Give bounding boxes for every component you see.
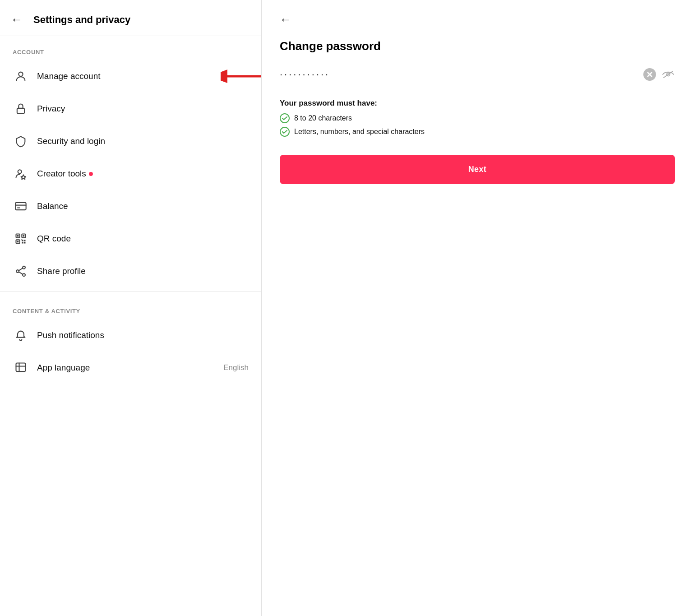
svg-rect-2 — [17, 108, 24, 114]
menu-item-manage-account[interactable]: Manage account — [0, 60, 261, 93]
svg-rect-16 — [22, 242, 23, 244]
rules-title: Your password must have: — [280, 99, 675, 108]
rule-characters-text: 8 to 20 characters — [294, 114, 352, 122]
clear-button[interactable] — [643, 68, 656, 81]
push-notifications-label: Push notifications — [37, 330, 104, 340]
svg-point-20 — [23, 273, 25, 276]
creator-icon — [13, 166, 29, 182]
section-divider — [0, 291, 261, 292]
balance-label: Balance — [37, 201, 68, 211]
menu-item-creator-tools[interactable]: Creator tools — [0, 157, 261, 190]
left-back-button[interactable]: ← — [11, 13, 23, 27]
toggle-visibility-button[interactable] — [661, 68, 675, 81]
menu-item-security-login[interactable]: Security and login — [0, 125, 261, 157]
privacy-label: Privacy — [37, 104, 65, 114]
svg-rect-4 — [15, 203, 26, 210]
settings-title: Settings and privacy — [33, 14, 130, 26]
svg-point-3 — [18, 170, 22, 173]
security-login-label: Security and login — [37, 136, 105, 146]
app-language-label: App language — [37, 363, 90, 373]
svg-rect-11 — [23, 235, 25, 237]
svg-line-21 — [19, 268, 23, 271]
app-language-value: English — [223, 363, 249, 372]
menu-item-push-notifications[interactable]: Push notifications — [0, 319, 261, 352]
menu-item-qr-code[interactable]: QR code — [0, 222, 261, 255]
shield-icon — [13, 133, 29, 149]
svg-rect-12 — [17, 241, 19, 243]
password-field-container: ··········· — [280, 68, 675, 86]
check-icon-characters — [280, 113, 290, 123]
password-rules: Your password must have: 8 to 20 charact… — [280, 99, 675, 140]
settings-panel: ← Settings and privacy ACCOUNT Manage ac… — [0, 0, 262, 616]
person-icon — [13, 68, 29, 84]
creator-tools-label: Creator tools — [37, 169, 86, 179]
change-password-panel: ← Change password ··········· Your passw… — [262, 0, 693, 616]
svg-point-19 — [16, 270, 19, 273]
red-arrow-annotation — [221, 67, 266, 85]
svg-rect-14 — [22, 240, 23, 241]
svg-point-18 — [23, 266, 25, 269]
balance-icon — [13, 198, 29, 214]
menu-item-share-profile[interactable]: Share profile — [0, 255, 261, 287]
change-password-title: Change password — [280, 39, 381, 53]
manage-account-label: Manage account — [37, 71, 101, 81]
rule-item-letters: Letters, numbers, and special characters — [280, 127, 675, 137]
share-icon — [13, 263, 29, 279]
right-header: ← Change password — [280, 0, 675, 53]
bell-icon — [13, 327, 29, 343]
rule-item-characters: 8 to 20 characters — [280, 113, 675, 123]
left-header: ← Settings and privacy — [0, 0, 261, 36]
rule-letters-text: Letters, numbers, and special characters — [294, 128, 425, 136]
menu-item-privacy[interactable]: Privacy — [0, 93, 261, 125]
right-back-button[interactable]: ← — [280, 13, 675, 27]
svg-rect-17 — [24, 242, 26, 244]
svg-line-22 — [19, 272, 23, 274]
language-icon — [13, 360, 29, 376]
svg-rect-23 — [16, 363, 26, 372]
creator-tools-notification-dot — [89, 172, 93, 176]
share-profile-label: Share profile — [37, 266, 86, 276]
password-input[interactable]: ··········· — [280, 69, 643, 80]
svg-point-0 — [18, 72, 23, 76]
menu-item-app-language[interactable]: App language English — [0, 352, 261, 384]
field-icons — [643, 68, 675, 81]
svg-rect-15 — [24, 240, 26, 241]
menu-item-balance[interactable]: Balance — [0, 190, 261, 222]
qr-code-label: QR code — [37, 234, 71, 244]
check-icon-letters — [280, 127, 290, 137]
content-activity-section-label: CONTENT & ACTIVITY — [0, 295, 261, 319]
lock-icon — [13, 101, 29, 117]
qr-icon — [13, 231, 29, 247]
svg-rect-10 — [17, 235, 19, 237]
account-section-label: ACCOUNT — [0, 36, 261, 60]
next-button[interactable]: Next — [280, 155, 675, 184]
